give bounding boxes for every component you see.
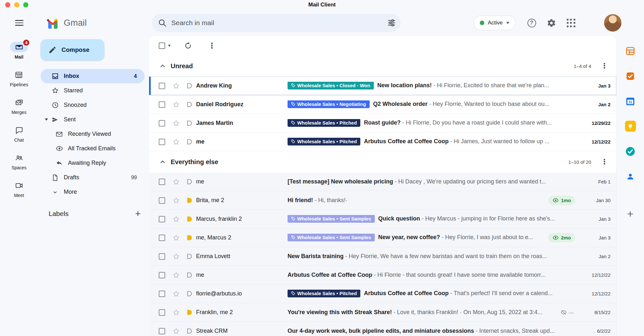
row-checkbox[interactable]: [159, 291, 165, 297]
email-row[interactable]: meWholesale Sales • PitchedArbutus Coffe…: [149, 133, 616, 151]
sidebar-item-more[interactable]: More: [41, 185, 145, 199]
more-options-button[interactable]: ⋮: [205, 39, 218, 52]
streak-box-icon[interactable]: [186, 138, 193, 145]
email-row[interactable]: Daniel RodriguezWholesale Sales • Negoti…: [149, 95, 616, 114]
row-checkbox[interactable]: [159, 120, 165, 126]
streak-box-icon[interactable]: [186, 234, 193, 241]
contacts-icon[interactable]: [625, 171, 636, 182]
search-icon[interactable]: [158, 18, 167, 27]
star-icon[interactable]: [172, 253, 180, 260]
row-checkbox[interactable]: [159, 309, 165, 316]
keep-icon[interactable]: [625, 120, 636, 132]
streak-box-icon[interactable]: [186, 328, 193, 335]
rail-item-spaces[interactable]: Spaces: [10, 153, 28, 170]
streak-box-icon[interactable]: [186, 101, 193, 108]
sidebar-item-drafts[interactable]: Drafts 99: [41, 170, 145, 185]
collapse-chevron-icon[interactable]: [159, 62, 166, 70]
expand-caret-icon[interactable]: [45, 118, 48, 121]
star-icon[interactable]: [172, 309, 180, 316]
star-icon[interactable]: [172, 119, 180, 127]
search-bar[interactable]: [152, 14, 401, 32]
rail-item-meet[interactable]: Meet: [10, 180, 28, 198]
status-dropdown[interactable]: Active: [474, 15, 516, 30]
star-icon[interactable]: [172, 138, 180, 146]
view-tracking-badge: 2mo: [548, 233, 575, 242]
email-row[interactable]: florrie@arbutus.ioWholesale Sales • Pitc…: [149, 285, 616, 303]
select-dropdown-icon[interactable]: [168, 45, 171, 47]
compose-button[interactable]: Compose: [41, 39, 104, 61]
row-checkbox[interactable]: [159, 139, 165, 145]
star-icon[interactable]: [172, 215, 180, 223]
sidebar-item-starred[interactable]: Starred: [41, 83, 145, 98]
email-row[interactable]: Brita, me 2Hi friend! - Hi, thanks!·1moJ…: [149, 191, 616, 210]
collapse-chevron-icon[interactable]: [159, 158, 166, 166]
streak-box-icon[interactable]: [186, 290, 193, 297]
email-row[interactable]: Marcus, franklin 2Wholesale Sales • Sent…: [149, 210, 616, 229]
help-button[interactable]: ?: [524, 15, 539, 31]
rail-item-pipelines[interactable]: Pipelines: [10, 70, 28, 87]
rail-item-chat[interactable]: Chat: [10, 125, 28, 143]
calendar-icon[interactable]: 31: [625, 95, 636, 107]
sidebar-item-sent[interactable]: Sent: [41, 112, 145, 127]
star-icon[interactable]: [172, 271, 180, 279]
window-zoom-button[interactable]: [23, 2, 28, 7]
rail-item-merges[interactable]: Merges: [10, 97, 28, 115]
avatar[interactable]: [604, 14, 621, 32]
section-more-icon[interactable]: ⋮: [601, 62, 608, 70]
search-input[interactable]: [171, 19, 383, 27]
window-close-button[interactable]: [5, 2, 10, 7]
email-snippet: Hi Florrie, Do you have a roast guide I …: [406, 119, 552, 126]
hamburger-menu-icon[interactable]: [11, 14, 28, 31]
streak-box-icon[interactable]: [186, 178, 193, 185]
streak-box-icon[interactable]: [186, 253, 193, 260]
star-icon[interactable]: [172, 197, 180, 204]
email-row[interactable]: Franklin, me 2You're viewing this with S…: [149, 303, 616, 322]
row-checkbox[interactable]: [159, 101, 165, 108]
streak-tasks-icon[interactable]: [625, 70, 636, 82]
row-checkbox[interactable]: [159, 216, 165, 222]
window-minimize-button[interactable]: [14, 2, 19, 7]
star-icon[interactable]: [172, 234, 180, 242]
streak-box-icon[interactable]: [186, 82, 193, 89]
sidebar-item-snoozed[interactable]: Snoozed: [41, 98, 145, 112]
row-checkbox[interactable]: [159, 328, 165, 334]
sidebar-item-all-tracked-emails[interactable]: All Tracked Emails: [41, 141, 145, 156]
sidebar-item-recently-viewed[interactable]: Recently Viewed: [41, 127, 145, 141]
row-checkbox[interactable]: [159, 272, 165, 278]
refresh-button[interactable]: [182, 39, 194, 52]
search-filter-icon[interactable]: [387, 18, 396, 27]
streak-pipelines-icon[interactable]: [625, 45, 636, 57]
email-row[interactable]: Emma LovettNew Barista training - Hey Fl…: [149, 247, 616, 266]
email-row[interactable]: Streak CRMOur 4-day work week, bulk pipe…: [149, 322, 616, 336]
sidebar-item-inbox[interactable]: Inbox 4: [41, 69, 145, 83]
row-checkbox[interactable]: [159, 179, 165, 185]
star-icon[interactable]: [172, 101, 180, 108]
add-label-button[interactable]: +: [135, 209, 141, 219]
row-checkbox[interactable]: [159, 83, 165, 89]
row-checkbox[interactable]: [159, 197, 165, 204]
star-icon[interactable]: [172, 327, 180, 335]
email-row[interactable]: me[Test message] New wholesale pricing -…: [149, 173, 616, 191]
email-row[interactable]: James MartinWholesale Sales • PitchedRoa…: [149, 114, 616, 133]
tasks-check-icon[interactable]: [625, 145, 636, 157]
section-more-icon[interactable]: ⋮: [601, 158, 608, 166]
email-row[interactable]: me, Marcus 2Wholesale Sales • Sent Sampl…: [149, 229, 616, 247]
get-addons-icon[interactable]: +: [625, 208, 636, 219]
row-checkbox[interactable]: [159, 253, 165, 260]
streak-box-icon[interactable]: [186, 309, 193, 316]
star-icon[interactable]: [172, 178, 180, 186]
settings-button[interactable]: [544, 15, 559, 31]
sidebar-item-awaiting-reply[interactable]: Awaiting Reply: [41, 156, 145, 170]
select-all-checkbox[interactable]: [159, 42, 165, 49]
apps-grid-button[interactable]: [563, 15, 579, 31]
streak-box-icon[interactable]: [186, 120, 193, 127]
streak-box-icon[interactable]: [186, 272, 193, 279]
streak-box-icon[interactable]: [186, 197, 193, 204]
star-icon[interactable]: [172, 290, 180, 298]
row-checkbox[interactable]: [159, 235, 165, 241]
email-row[interactable]: meArbutus Coffee at Coffee Coop - Hi Flo…: [149, 266, 616, 285]
email-row[interactable]: Andrew KingWholesale Sales • Closed - Wo…: [149, 77, 616, 95]
star-icon[interactable]: [172, 82, 180, 90]
rail-item-mail[interactable]: 4 Mail: [10, 42, 28, 60]
streak-box-icon[interactable]: [186, 216, 193, 223]
